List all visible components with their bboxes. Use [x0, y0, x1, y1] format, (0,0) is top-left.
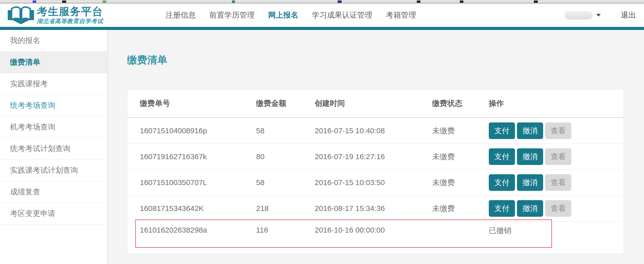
order-number: 160719162716367k: [140, 152, 256, 161]
table-row-1: 160719162716367k802016-07-19 16:27:16未缴费…: [127, 144, 624, 170]
app-title: 考生服务平台: [37, 6, 103, 17]
browser-chrome-sliver: [0, 0, 644, 4]
actions-cell: 已撤销: [489, 226, 611, 236]
view-button[interactable]: 查看: [545, 148, 571, 165]
pay-button[interactable]: 支付: [489, 200, 515, 217]
payment-amount: 58: [256, 126, 315, 135]
view-button[interactable]: 查看: [545, 122, 571, 139]
created-time: 2016-10-16 00:00:00: [315, 226, 432, 235]
column-header-2: 创建时间: [315, 98, 432, 109]
user-area: 退出: [565, 10, 644, 20]
sidebar-item-7[interactable]: 成绩复查: [0, 181, 107, 203]
payment-status: 未缴费: [432, 178, 489, 188]
cancel-button[interactable]: 撤消: [517, 200, 543, 217]
browser-tab-fragment: [62, 1, 66, 3]
payment-amount: 218: [256, 204, 315, 213]
column-header-0: 缴费单号: [140, 98, 256, 109]
payment-status: 未缴费: [432, 126, 489, 136]
created-time: 2016-07-15 10:03:50: [315, 178, 432, 187]
nav-item-3[interactable]: 学习成果认证管理: [312, 10, 372, 20]
table-row-4: 161016202638298a1162016-10-16 00:00:00已撤…: [127, 222, 624, 254]
logo: 考生服务平台 湖北省高等教育自学考试: [0, 6, 116, 25]
app-subtitle: 湖北省高等教育自学考试: [37, 18, 103, 24]
cancel-button[interactable]: 撤消: [517, 122, 543, 139]
chevron-down-icon[interactable]: [596, 14, 601, 17]
actions-cell: 支付撤消查看: [489, 122, 611, 139]
order-number: 160715100350707L: [140, 178, 256, 187]
order-number: 16081715343642K: [140, 204, 256, 213]
browser-tab-fragment: [534, 1, 538, 3]
page-title: 缴费清单: [127, 53, 644, 67]
browser-tab-fragment: [417, 1, 420, 3]
actions-cell: 支付撤消查看: [489, 174, 611, 191]
top-nav: 注册信息前置学历管理网上报名学习成果认证管理考籍管理: [166, 10, 416, 20]
open-book-icon: [8, 6, 34, 25]
payment-amount: 58: [256, 178, 315, 187]
browser-tab-fragment: [338, 1, 342, 3]
browser-tab-fragment: [460, 1, 463, 3]
table-header-row: 缴费单号缴费金额创建时间缴费状态操作: [127, 90, 624, 118]
browser-tab-fragment: [103, 1, 106, 3]
column-header-1: 缴费金额: [256, 98, 315, 109]
payment-amount: 80: [256, 152, 315, 161]
created-time: 2016-08-17 15:34:36: [315, 204, 432, 213]
sidebar-item-2[interactable]: 实践课报考: [0, 73, 107, 95]
created-time: 2016-07-19 16:27:16: [315, 152, 432, 161]
actions-cell: 支付撤消查看: [489, 200, 611, 217]
pay-button[interactable]: 支付: [489, 122, 515, 139]
order-number: 161016202638298a: [140, 226, 256, 235]
sidebar: 我的报名缴费清单实践课报考统考考场查询机考考场查询统考考试计划查询实践课考试计划…: [0, 30, 107, 264]
sidebar-item-1[interactable]: 缴费清单: [0, 52, 107, 73]
main-content: 缴费清单 缴费单号缴费金额创建时间缴费状态操作 160715104008916p…: [107, 30, 644, 264]
header-accent-bar: [0, 27, 644, 30]
logout-button[interactable]: 退出: [621, 10, 636, 20]
view-button[interactable]: 查看: [545, 200, 571, 217]
browser-tab-fragment: [33, 1, 36, 3]
payment-status: 未缴费: [432, 203, 489, 214]
column-header-3: 缴费状态: [432, 98, 489, 109]
browser-tab-fragment: [232, 1, 235, 3]
nav-item-4[interactable]: 考籍管理: [386, 10, 416, 20]
sidebar-item-4[interactable]: 机考考场查询: [0, 116, 107, 138]
table-row-0: 160715104008916p582016-07-15 10:40:08未缴费…: [127, 118, 624, 144]
sidebar-item-3[interactable]: 统考考场查询: [0, 95, 107, 116]
sidebar-item-8[interactable]: 考区变更申请: [0, 203, 107, 225]
sidebar-item-5[interactable]: 统考考试计划查询: [0, 138, 107, 160]
table-row-2: 160715100350707L582016-07-15 10:03:50未缴费…: [127, 170, 624, 196]
column-header-4: 操作: [489, 98, 611, 109]
sidebar-item-6[interactable]: 实践课考试计划查询: [0, 160, 107, 181]
pay-button[interactable]: 支付: [489, 148, 515, 165]
payment-status: 未缴费: [432, 152, 489, 162]
nav-item-2[interactable]: 网上报名: [268, 10, 298, 20]
table-row-3: 16081715343642K2182016-08-17 15:34:36未缴费…: [127, 196, 624, 222]
cancel-button[interactable]: 撤消: [517, 174, 543, 191]
payment-amount: 116: [256, 226, 315, 235]
view-button[interactable]: 查看: [545, 174, 571, 191]
nav-item-0[interactable]: 注册信息: [166, 10, 196, 20]
sidebar-item-0[interactable]: 我的报名: [0, 30, 107, 52]
username-redacted[interactable]: [565, 11, 593, 20]
cancelled-status-text: 已撤销: [489, 226, 511, 236]
nav-item-1[interactable]: 前置学历管理: [209, 10, 255, 20]
created-time: 2016-07-15 10:40:08: [315, 126, 432, 135]
payment-table-card: 缴费单号缴费金额创建时间缴费状态操作 160715104008916p58201…: [127, 90, 624, 254]
app-header: 考生服务平台 湖北省高等教育自学考试 注册信息前置学历管理网上报名学习成果认证管…: [0, 4, 644, 27]
actions-cell: 支付撤消查看: [489, 148, 611, 165]
pay-button[interactable]: 支付: [489, 174, 515, 191]
order-number: 160715104008916p: [140, 126, 256, 135]
cancel-button[interactable]: 撤消: [517, 148, 543, 165]
